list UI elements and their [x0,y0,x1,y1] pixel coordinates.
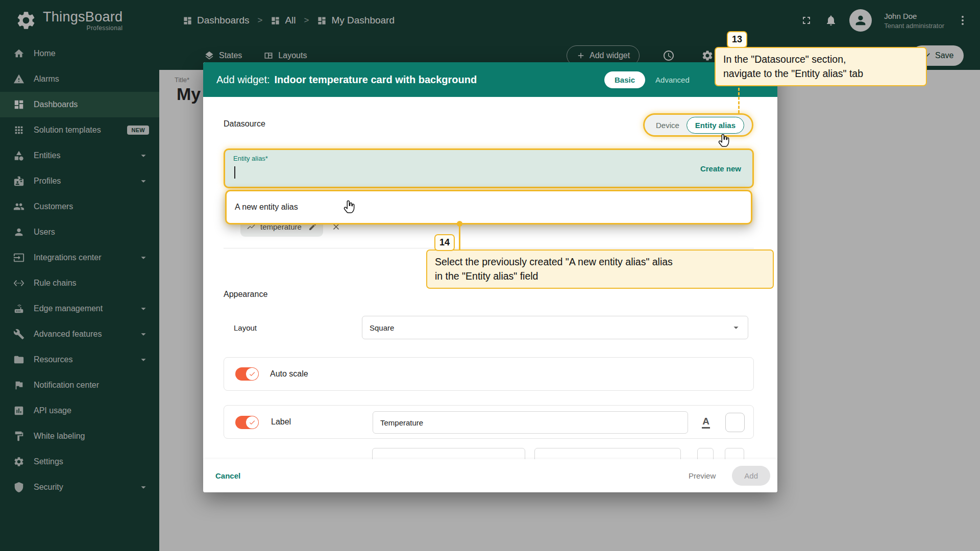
layout-select[interactable]: Square [362,316,748,339]
tab-advanced[interactable]: Advanced [655,76,690,84]
section-divider [224,248,754,248]
entity-alias-field[interactable]: Entity alias* Create new [224,148,754,188]
toggle-option-device[interactable]: Device [650,121,685,130]
dialog-footer: Cancel Preview Add [203,459,777,492]
label-text-input[interactable]: Temperature [373,411,688,434]
step-13-connector-line [738,88,740,113]
step-14-connector-line [459,227,460,250]
step-13-callout: In the "Datasource" section, navigate to… [715,47,927,86]
auto-scale-toggle[interactable] [235,367,259,381]
d极ialog-title-prefix: Add widget: [216,74,270,86]
entity-alias-field-label: Entity alias* [233,155,268,162]
tab-basic[interactable]: Basic [604,71,645,88]
label-label: Label [271,417,291,427]
create-new-link[interactable]: Create new [700,164,741,173]
appearance-section-label: Appearance [224,290,267,299]
add-button[interactable]: Add [732,466,770,486]
layout-label: Layout [224,323,362,332]
dialog-title: Indoor temperature card with background [275,74,477,86]
entity-alias-dropdown-option[interactable]: A new entity alias [225,190,752,224]
hand-cursor-icon [717,133,730,148]
chevron-down-icon [730,322,742,333]
auto-scale-label: Auto scale [270,369,308,379]
mode-tabs: Basic Advanced [604,62,690,97]
step-14-callout: Select the previously created "A new ent… [426,249,774,289]
preview-button[interactable]: Preview [681,466,723,485]
hand-cursor-icon [342,199,355,214]
label-color-swatch[interactable] [725,413,745,432]
step-14-badge: 14 [434,234,455,251]
text-caret [234,166,235,179]
datasource-section-label: Datasource [224,119,265,129]
label-row: Label Temperature A [224,405,754,439]
font-settings-button[interactable]: A [698,414,714,431]
layout-row: Layout Square [224,312,754,343]
auto-scale-row: Auto scale [224,357,754,391]
datasource-type-toggle: Device Entity alias [643,113,753,137]
dialog-header: Add widget: Indoor temperature card with… [203,62,777,97]
step-14-connector-dot [457,221,462,227]
toggle-option-entity-alias[interactable]: Entity alias [687,117,744,134]
label-toggle[interactable] [235,416,259,429]
cancel-button[interactable]: Cancel [215,471,240,480]
step-13-badge: 13 [727,31,747,48]
